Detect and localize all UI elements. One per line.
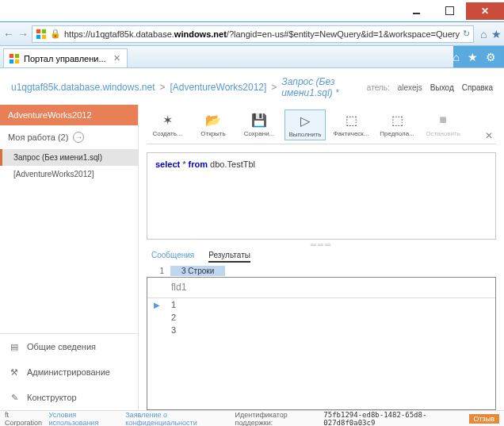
tab-favicon: [9, 53, 20, 64]
sidebar-item[interactable]: Запрос (Без имени1.sql): [0, 149, 138, 166]
page-header: u1qgtaf85k.database.windows.net > [Adven…: [0, 68, 504, 105]
user-block: атель: alexejs Выход Справка: [367, 83, 493, 92]
window-titlebar: [0, 0, 504, 22]
breadcrumb-db[interactable]: [AdventureWorks2012]: [170, 82, 266, 93]
content-area: ✶Создать...📂Открыть💾Сохрани...▷Выполнить…: [139, 105, 504, 410]
svg-rect-7: [15, 59, 19, 63]
sql-keyword: from: [189, 159, 208, 169]
window-buttons: [399, 2, 504, 20]
run-button[interactable]: ▷Выполнить: [284, 109, 326, 140]
footer-feedback-button[interactable]: Отзыв: [469, 414, 500, 424]
page-footer: ft Corporation Условия использования Зая…: [0, 410, 504, 426]
sidebar-nav-designer[interactable]: ✎Конструктор: [0, 385, 138, 410]
overview-icon: ▤: [8, 340, 21, 353]
actual-button[interactable]: ⬚Фактическ...: [330, 109, 372, 140]
tab-close-icon[interactable]: ✕: [113, 53, 120, 63]
svg-rect-5: [15, 53, 19, 57]
sidebar-mywork[interactable]: Моя работа (2) →: [0, 125, 138, 149]
logout-link[interactable]: Выход: [430, 83, 454, 92]
tab-title: Портал управлени...: [24, 54, 106, 63]
row-indicator-icon: ▶: [154, 301, 168, 309]
lock-icon: 🔒: [50, 29, 61, 39]
favorites-icon[interactable]: ★: [491, 28, 502, 40]
browser-address-bar: ← → 🔒 https://u1qgtaf85k.database.window…: [0, 22, 504, 46]
browser-tab-row: Портал управлени... ✕ ⌂ ★ ⚙: [0, 46, 504, 68]
breadcrumb-current: Запрос (Без имени1.sql) *: [281, 76, 366, 98]
run-icon: ▷: [296, 112, 315, 129]
sidebar-bottom-nav: ▤Общие сведения⚒Администрирование✎Констр…: [0, 333, 138, 410]
forward-button[interactable]: →: [17, 25, 29, 44]
svg-rect-3: [42, 34, 46, 38]
sidebar-db-header[interactable]: AdventureWorks2012: [0, 105, 138, 125]
sidebar-nav-admin[interactable]: ⚒Администрирование: [0, 359, 138, 385]
home-icon[interactable]: ⌂: [480, 28, 487, 40]
help-link[interactable]: Справка: [462, 83, 493, 92]
create-button[interactable]: ✶Создать...: [147, 109, 188, 140]
panel-close-icon[interactable]: ✕: [485, 130, 493, 141]
svg-rect-2: [36, 34, 40, 38]
url-field[interactable]: 🔒 https://u1qgtaf85k.database.windows.ne…: [32, 25, 474, 43]
sidebar: AdventureWorks2012 Моя работа (2) → Запр…: [0, 105, 139, 410]
estim-icon: ⬚: [388, 111, 407, 129]
save-button[interactable]: 💾Сохрани...: [239, 109, 280, 140]
user-label: атель:: [367, 83, 390, 92]
stop-button: ■Остановить: [422, 109, 464, 140]
site-favicon: [36, 29, 47, 40]
stop-icon: ■: [433, 111, 452, 129]
page-top-tools: ⌂ ★ ⚙: [453, 46, 504, 67]
grid-column-header[interactable]: fld1: [147, 278, 495, 298]
svg-rect-1: [42, 29, 46, 33]
star-icon[interactable]: ★: [468, 51, 478, 63]
svg-rect-6: [10, 59, 13, 63]
row-count-bar: 1 3 Строки: [147, 266, 496, 276]
row-count-index: 1: [147, 267, 170, 275]
designer-icon: ✎: [8, 391, 21, 404]
results-grid: fld1 ▶123: [147, 277, 496, 410]
grid-row[interactable]: 3: [147, 324, 495, 336]
grid-row[interactable]: ▶1: [147, 298, 495, 311]
svg-rect-4: [10, 53, 13, 57]
breadcrumb: u1qgtaf85k.database.windows.net > [Adven…: [11, 76, 367, 98]
footer-support-label: Идентификатор поддержки:: [235, 411, 319, 427]
sidebar-items: Запрос (Без имени1.sql)[AdventureWorks20…: [0, 149, 138, 333]
tab-messages[interactable]: Сообщения: [151, 251, 194, 263]
tab-results[interactable]: Результаты: [208, 251, 250, 263]
svg-rect-0: [36, 29, 40, 33]
open-button[interactable]: 📂Открыть: [193, 109, 234, 140]
refresh-icon[interactable]: ↻: [463, 29, 470, 39]
footer-privacy-link[interactable]: Заявление о конфиденциальности: [125, 411, 230, 427]
home-icon[interactable]: ⌂: [453, 51, 460, 63]
browser-tab[interactable]: Портал управлени... ✕: [3, 48, 128, 67]
back-button[interactable]: ←: [3, 25, 14, 44]
breadcrumb-sep: >: [271, 82, 277, 93]
minimize-button[interactable]: [399, 2, 433, 20]
grid-row[interactable]: 2: [147, 311, 495, 324]
close-button[interactable]: [466, 2, 504, 20]
sidebar-nav-overview[interactable]: ▤Общие сведения: [0, 334, 138, 359]
user-name: alexejs: [398, 83, 422, 92]
sql-keyword: select: [155, 159, 180, 169]
save-icon: 💾: [250, 111, 269, 129]
admin-icon: ⚒: [8, 366, 21, 378]
footer-corp: ft Corporation: [5, 411, 44, 427]
sidebar-mywork-label: Моя работа (2): [8, 132, 68, 142]
url-text: https://u1qgtaf85k.database.windows.net/…: [64, 29, 460, 39]
open-icon: 📂: [204, 111, 223, 129]
row-count-text: 3 Строки: [170, 266, 225, 276]
create-icon: ✶: [158, 111, 177, 129]
footer-terms-link[interactable]: Условия использования: [49, 411, 121, 427]
splitter-handle[interactable]: ═══: [147, 240, 496, 249]
breadcrumb-host[interactable]: u1qgtaf85k.database.windows.net: [11, 82, 155, 93]
result-tabs: Сообщения Результаты: [147, 249, 496, 266]
gear-icon[interactable]: ⚙: [486, 51, 496, 63]
sidebar-item[interactable]: [AdventureWorks2012]: [0, 166, 138, 182]
maximize-button[interactable]: [433, 2, 466, 20]
main-area: AdventureWorks2012 Моя работа (2) → Запр…: [0, 105, 504, 410]
query-toolbar: ✶Создать...📂Открыть💾Сохрани...▷Выполнить…: [147, 109, 496, 144]
sql-editor[interactable]: select * from dbo.TestTbl: [147, 152, 496, 240]
breadcrumb-sep: >: [159, 82, 165, 93]
estim-button[interactable]: ⬚Предпола...: [376, 109, 418, 140]
footer-support-id: 75fb1294-ed8b-1482-65d8-027d8f0a03c9: [323, 411, 464, 427]
actual-icon: ⬚: [342, 111, 361, 129]
browser-tools: ⌂ ★ ⚙: [477, 28, 504, 40]
